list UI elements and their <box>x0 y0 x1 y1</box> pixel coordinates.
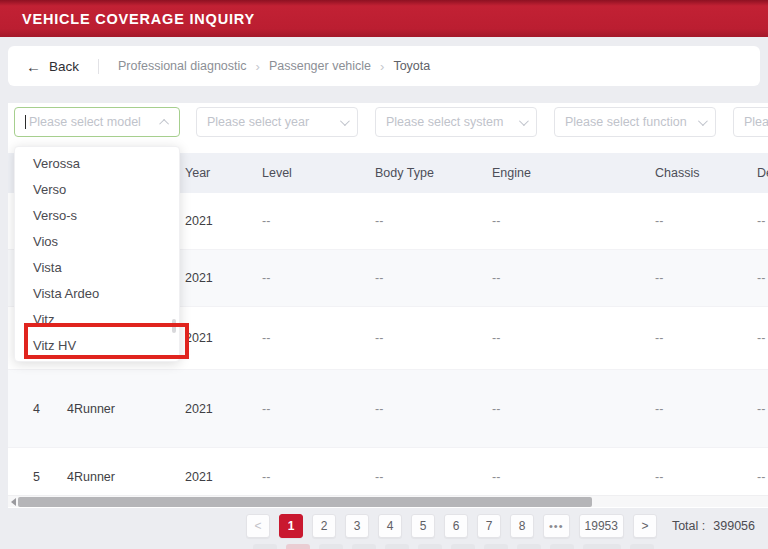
cell-level: -- <box>262 214 375 228</box>
system-select[interactable]: Please select system <box>375 107 537 137</box>
total-label: Total : <box>672 519 705 533</box>
cell-vehicle: 4Runner <box>67 402 185 416</box>
system-select-placeholder: Please select system <box>386 115 515 129</box>
extra-select-placeholder: Pleas <box>744 115 768 129</box>
text-caret <box>25 115 26 129</box>
cell-engine: -- <box>492 331 655 345</box>
total-count: Total : 399056 <box>672 519 755 533</box>
cell-body-type: -- <box>375 470 492 484</box>
chevron-right-icon: › <box>256 59 260 74</box>
cell-level: -- <box>262 271 375 285</box>
cell-chassis: -- <box>655 214 757 228</box>
dropdown-option-verso[interactable]: Verso <box>15 177 179 203</box>
cell-engine: -- <box>492 470 655 484</box>
cell-device: -- <box>757 402 768 416</box>
model-dropdown-panel: Verossa Verso Verso-s Vios Vista Vista A… <box>14 146 180 362</box>
back-arrow-icon: ← <box>26 59 41 74</box>
page-button-6[interactable]: 6 <box>444 514 468 538</box>
cell-engine: -- <box>492 271 655 285</box>
back-label: Back <box>49 59 79 74</box>
col-year: Year <box>185 166 262 180</box>
prev-page-button[interactable]: < <box>246 514 270 538</box>
cell-body-type: -- <box>375 214 492 228</box>
app-header: VEHICLE COVERAGE INQUIRY <box>0 0 768 37</box>
extra-select[interactable]: Pleas <box>733 107 768 137</box>
cell-level: -- <box>262 331 375 345</box>
function-select-placeholder: Please select function <box>565 115 694 129</box>
page-button-2[interactable]: 2 <box>312 514 336 538</box>
col-body-type: Body Type <box>375 166 492 180</box>
cell-chassis: -- <box>655 470 757 484</box>
next-page-button[interactable]: > <box>633 514 657 538</box>
col-chassis: Chassis <box>655 166 757 180</box>
cell-device: -- <box>757 271 768 285</box>
breadcrumb-divider <box>98 59 99 74</box>
chevron-down-icon <box>519 116 529 126</box>
chevron-up-icon <box>159 118 169 128</box>
cell-engine: -- <box>492 214 655 228</box>
cell-body-type: -- <box>375 331 492 345</box>
model-select[interactable]: Please select model <box>14 107 180 137</box>
dropdown-option-vista[interactable]: Vista <box>15 255 179 281</box>
page-button-3[interactable]: 3 <box>345 514 369 538</box>
cell-year: 2021 <box>185 331 262 345</box>
chevron-down-icon <box>698 116 708 126</box>
cell-chassis: -- <box>655 402 757 416</box>
cell-year: 2021 <box>185 214 262 228</box>
horizontal-scrollbar-thumb[interactable] <box>18 497 592 507</box>
year-select-placeholder: Please select year <box>207 115 336 129</box>
chevron-down-icon <box>340 116 350 126</box>
more-pages-button[interactable]: ••• <box>543 514 570 538</box>
page-button-7[interactable]: 7 <box>477 514 501 538</box>
page-title: VEHICLE COVERAGE INQUIRY <box>22 11 255 27</box>
main-content-card: Please select model Please select year P… <box>8 103 768 508</box>
pagination-reflection <box>0 544 768 549</box>
breadcrumb: Professional diagnostic › Passenger vehi… <box>118 59 430 74</box>
cell-engine: -- <box>492 402 655 416</box>
function-select[interactable]: Please select function <box>554 107 716 137</box>
table-row[interactable]: 4 4Runner 2021 -- -- -- -- -- <box>8 370 768 448</box>
page-button-4[interactable]: 4 <box>378 514 402 538</box>
cell-device: -- <box>757 331 768 345</box>
cell-level: -- <box>262 402 375 416</box>
page-button-5[interactable]: 5 <box>411 514 435 538</box>
breadcrumb-bar: ← Back Professional diagnostic › Passeng… <box>8 46 760 86</box>
breadcrumb-item-vehicle[interactable]: Passenger vehicle <box>269 59 371 73</box>
cell-level: -- <box>262 470 375 484</box>
dropdown-option-vitz[interactable]: Vitz <box>15 307 179 333</box>
cell-body-type: -- <box>375 271 492 285</box>
cell-chassis: -- <box>655 271 757 285</box>
year-select[interactable]: Please select year <box>196 107 358 137</box>
breadcrumb-item-brand: Toyota <box>393 59 430 73</box>
dropdown-option-verso-s[interactable]: Verso-s <box>15 203 179 229</box>
dropdown-scrollbar-thumb[interactable] <box>172 319 176 333</box>
model-select-placeholder: Please select model <box>29 115 158 129</box>
col-level: Level <box>262 166 375 180</box>
scroll-left-icon[interactable] <box>11 498 16 506</box>
dropdown-option-vista-ardeo[interactable]: Vista Ardeo <box>15 281 179 307</box>
breadcrumb-item-diagnostic[interactable]: Professional diagnostic <box>118 59 247 73</box>
page-button-1[interactable]: 1 <box>279 514 303 538</box>
cell-no: 5 <box>33 470 67 484</box>
dropdown-option-verossa[interactable]: Verossa <box>15 151 179 177</box>
cell-no: 4 <box>33 402 67 416</box>
horizontal-scrollbar[interactable] <box>8 495 768 507</box>
page-button-8[interactable]: 8 <box>510 514 534 538</box>
cell-device: -- <box>757 214 768 228</box>
cell-year: 2021 <box>185 470 262 484</box>
last-page-button[interactable]: 19953 <box>579 514 624 538</box>
cell-year: 2021 <box>185 402 262 416</box>
cell-year: 2021 <box>185 271 262 285</box>
pagination: < 1 2 3 4 5 6 7 8 ••• 19953 > Total : 39… <box>0 509 768 543</box>
total-value: 399056 <box>713 519 755 533</box>
col-device: De <box>757 166 768 180</box>
cell-vehicle: 4Runner <box>67 470 185 484</box>
cell-device: -- <box>757 470 768 484</box>
col-engine: Engine <box>492 166 655 180</box>
chevron-right-icon: › <box>380 59 384 74</box>
cell-chassis: -- <box>655 331 757 345</box>
cell-body-type: -- <box>375 402 492 416</box>
dropdown-option-vitz-hv[interactable]: Vitz HV <box>15 333 179 359</box>
dropdown-option-vios[interactable]: Vios <box>15 229 179 255</box>
back-button[interactable]: ← Back <box>26 59 79 74</box>
